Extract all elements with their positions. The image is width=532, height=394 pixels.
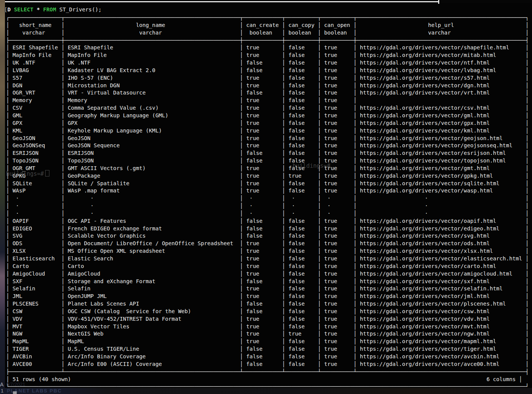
duckdb-prompt: D <box>8 6 14 13</box>
table-row: │ KML │ Keyhole Markup Language (KML) │ … <box>6 127 532 135</box>
sql-keyword-from: FROM <box>43 6 56 13</box>
table-footer-separator: ├────────────────┴──────────────────────… <box>6 368 532 376</box>
table-header-names: │ short_name │ long_name │ can_create │ … <box>6 22 532 29</box>
table-row: │ · │ · │ · │ · │ · │ · │ <box>6 202 532 210</box>
table-row: │ GML │ Geography Markup Language (GML) … <box>6 112 532 120</box>
table-row: │ WAsP │ WAsP .map format │ true │ false… <box>6 187 532 195</box>
table-row: │ TopoJSON │ TopoJSON │ false │ false │ … <box>6 157 532 165</box>
table-row: │ UK .NTF │ UK .NTF │ false │ false │ tr… <box>6 59 532 67</box>
table-row: │ MapInfo File │ MapInfo File │ true │ f… <box>6 52 532 59</box>
table-border-top: ┌────────────────┬──────────────────────… <box>6 14 532 22</box>
bg-psql-prompt-mid: buildings=# <box>293 162 330 169</box>
table-row: │ ESRIJSON │ ESRIJSON │ false │ false │ … <box>6 150 532 157</box>
table-row: │ GPX │ GPX │ true │ false │ true │ http… <box>6 120 532 127</box>
table-row: │ · │ · │ · │ · │ · │ · │ <box>6 195 532 202</box>
background-window-corner <box>438 0 439 4</box>
table-row: │ VDV │ VDV-451/VDV-452/INTREST Data For… <box>6 315 532 323</box>
table-row: │ Elasticsearch │ Elastic Search │ true … <box>6 255 532 263</box>
terminal-window[interactable]: [D SELECT * FROM ST_Drivers(); ┌────────… <box>5 3 532 388</box>
table-row: │ EDIGEO │ French EDIGEO exchange format… <box>6 225 532 233</box>
table-header-types: │ varchar │ varchar │ boolean │ boolean … <box>6 29 532 37</box>
table-row: │ AVCBin │ Arc/Info Binary Coverage │ fa… <box>6 353 532 361</box>
table-header-separator: ├────────────────┼──────────────────────… <box>6 37 532 44</box>
table-row: │ TIGER │ U.S. Census TIGER/Line │ false… <box>6 345 532 353</box>
table-row: │ NGW │ NextGIS Web │ true │ true │ true… <box>6 330 532 338</box>
table-row: │ AVCE00 │ Arc/Info E00 (ASCII) Coverage… <box>6 361 532 368</box>
table-row: │ OAPIF │ OGC API - Features │ false │ f… <box>6 217 532 225</box>
table-row: │ AmigoCloud │ AmigoCloud │ true │ false… <box>6 270 532 278</box>
table-row: │ ODS │ Open Document/ LibreOffice / Ope… <box>6 240 532 247</box>
sql-keyword-select: SELECT <box>14 6 33 13</box>
table-row: │ SXF │ Storage and eXchange Format │ fa… <box>6 278 532 285</box>
table-row: │ PLSCENES │ Planet Labs Scenes API │ fa… <box>6 300 532 308</box>
sql-star: * <box>33 6 43 13</box>
table-row: │ OGR_VRT │ VRT - Virtual Datasource │ f… <box>6 89 532 97</box>
table-row: │ GeoJSON │ GeoJSON │ true │ false │ tru… <box>6 135 532 142</box>
table-row: │ Memory │ Memory │ true │ false │ true … <box>6 97 532 104</box>
table-row: │ Selafin │ Selafin │ true │ false │ tru… <box>6 285 532 293</box>
table-row: │ CSW │ OGC CSW (Catalog Service for the… <box>6 308 532 315</box>
table-row: │ DGN │ Microstation DGN │ true │ false … <box>6 82 532 90</box>
bg-label-1: 1 <box>1 388 3 394</box>
result-table: ┌────────────────┬──────────────────────… <box>6 14 532 388</box>
bg-date-label: 6/7/2021 <box>6 381 25 387</box>
table-row: │ GPKG │ GeoPackage │ true │ true │ true… <box>6 172 532 180</box>
table-row: │ ESRI Shapefile │ ESRI Shapefile │ true… <box>6 44 532 52</box>
query-line: [D SELECT * FROM ST_Drivers(); <box>5 6 532 13</box>
background-window-border <box>5 1 439 2</box>
table-row: │ LVBAG │ Kadaster LV BAG Extract 2.0 │ … <box>6 67 532 74</box>
gray-square-icon <box>13 391 17 394</box>
table-row: │ JML │ OpenJUMP JML │ true │ false │ tr… <box>6 293 532 300</box>
bg-label-a: A <box>0 381 3 388</box>
table-row: │ GeoJSONSeq │ GeoJSON Sequence │ true │… <box>6 142 532 150</box>
table-row: │ Carto │ Carto │ true │ false │ true │ … <box>6 263 532 270</box>
table-row: │ MVT │ Mapbox Vector Tiles │ true │ fal… <box>6 323 532 331</box>
table-row: │ SQLite │ SQLite / Spatialite │ true │ … <box>6 180 532 188</box>
sql-table-function: ST_Drivers(); <box>56 6 102 13</box>
block-cursor-icon <box>45 170 49 177</box>
table-row: │ MapML │ MapML │ true │ false │ true │ … <box>6 338 532 345</box>
table-row: │ XLSX │ MS Office Open XML spreadsheet … <box>6 247 532 255</box>
table-row: │ S57 │ IHO S-57 (ENC) │ true │ false │ … <box>6 74 532 82</box>
table-border-bottom: └───────────────────────────────────────… <box>6 383 532 388</box>
table-row: │ SVG │ Scalable Vector Graphics │ false… <box>6 232 532 240</box>
table-footer: │ 51 rows (40 shown) 6 columns │ <box>6 376 532 383</box>
table-row: │ CSV │ Comma Separated Value (.csv) │ t… <box>6 104 532 112</box>
table-row: │ · │ · │ · │ · │ · │ · │ <box>6 210 532 217</box>
table-row: │ OGR_GMT │ GMT ASCII Vectors (.gmt) │ t… <box>6 165 532 172</box>
background-bottom-strip <box>0 388 532 394</box>
background-photo-strip <box>0 0 5 394</box>
bg-psql-prompt-left: buildings=# <box>6 170 49 177</box>
